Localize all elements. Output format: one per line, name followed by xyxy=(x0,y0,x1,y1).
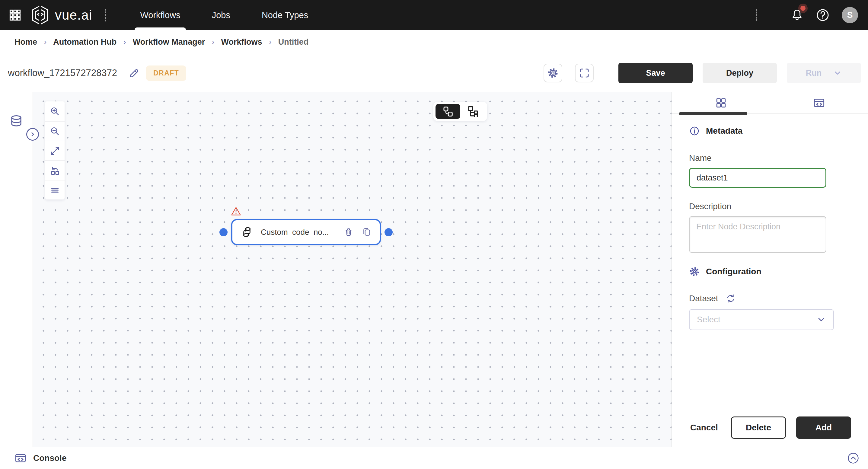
dataset-select[interactable]: Select xyxy=(689,309,834,330)
run-caret-icon xyxy=(833,68,842,77)
add-button[interactable]: Add xyxy=(796,416,851,439)
panel-active-tab-indicator xyxy=(679,112,747,115)
cancel-button[interactable]: Cancel xyxy=(690,423,718,433)
canvas-view-toggle xyxy=(433,102,487,121)
toolbar-divider xyxy=(606,66,606,80)
fit-view-button[interactable] xyxy=(45,140,65,160)
active-tab-indicator xyxy=(134,28,186,30)
info-icon xyxy=(689,126,700,136)
node-output-port[interactable] xyxy=(384,228,393,236)
node-input-port[interactable] xyxy=(219,228,227,236)
workflow-settings-button[interactable] xyxy=(544,64,562,83)
console-collapse-icon xyxy=(847,452,860,465)
workflow-toolbar: workflow_1721572728372 DRAFT xyxy=(0,54,868,92)
nav-tab-node-types[interactable]: Node Types xyxy=(262,0,308,30)
panel-body: Metadata Name Description Configuration … xyxy=(672,114,868,447)
zoom-out-icon xyxy=(50,126,60,137)
nav-tab-workflows[interactable]: Workflows xyxy=(140,0,180,30)
workflow-node-custom-code[interactable]: Custom_code_no... xyxy=(231,219,381,245)
top-nav: vue.ai Workflows Jobs Node Types xyxy=(0,0,868,30)
fullscreen-icon xyxy=(579,67,590,79)
duplicate-node-button[interactable] xyxy=(362,227,372,237)
breadcrumb-workflows[interactable]: Workflows xyxy=(221,37,262,47)
breadcrumb-separator: › xyxy=(269,37,272,47)
select-caret-icon xyxy=(816,315,826,324)
metadata-title: Metadata xyxy=(706,126,742,136)
save-button[interactable]: Save xyxy=(618,63,693,83)
refresh-dataset-button[interactable] xyxy=(725,293,736,304)
canvas-menu-button[interactable] xyxy=(45,180,65,199)
workflow-title: workflow_1721572728372 xyxy=(8,68,117,79)
auto-layout-button[interactable] xyxy=(45,160,65,180)
breadcrumb-current: Untitled xyxy=(278,37,309,47)
configuration-gear-icon xyxy=(689,266,700,277)
name-label: Name xyxy=(689,153,851,163)
breadcrumb-separator: › xyxy=(123,37,126,47)
workflow-canvas[interactable]: Custom_code_no... xyxy=(33,92,672,447)
fullscreen-button[interactable] xyxy=(575,64,594,83)
panel-tab-config[interactable] xyxy=(672,92,770,114)
delete-node-icon xyxy=(343,227,354,237)
run-button[interactable]: Run xyxy=(787,63,861,83)
dataset-palette-icon xyxy=(9,114,24,128)
edit-workflow-name-button[interactable] xyxy=(127,66,141,80)
zoom-out-button[interactable] xyxy=(45,121,65,140)
breadcrumb-home[interactable]: Home xyxy=(14,37,37,47)
delete-node-button[interactable] xyxy=(343,227,354,237)
notifications-button[interactable] xyxy=(790,8,804,22)
panel-footer: Cancel Delete Add xyxy=(689,416,851,439)
canvas-menu-icon xyxy=(50,185,60,195)
description-textarea[interactable] xyxy=(689,216,826,253)
configuration-title: Configuration xyxy=(706,267,762,277)
tree-view-button[interactable] xyxy=(460,104,485,119)
breadcrumb: Home › Automation Hub › Workflow Manager… xyxy=(0,30,868,54)
status-badge: DRAFT xyxy=(146,65,186,81)
duplicate-node-icon xyxy=(362,227,372,237)
canvas-zoom-toolbar xyxy=(45,101,65,199)
auto-layout-icon xyxy=(50,165,60,176)
metadata-section-header: Metadata xyxy=(689,126,851,136)
dataset-palette-item[interactable] xyxy=(9,114,24,447)
breadcrumb-separator: › xyxy=(44,37,46,47)
tree-view-icon xyxy=(467,106,478,117)
brand-logo-icon xyxy=(31,5,50,25)
nav-divider xyxy=(756,9,756,21)
console-collapse-button[interactable] xyxy=(847,452,860,465)
app-launcher-button[interactable] xyxy=(7,7,24,24)
dataset-select-value: Select xyxy=(697,315,816,324)
run-label: Run xyxy=(806,68,822,78)
flow-view-icon xyxy=(442,106,454,117)
zoom-in-button[interactable] xyxy=(45,101,65,121)
brand-logo[interactable]: vue.ai xyxy=(31,5,92,25)
nav-divider xyxy=(105,9,106,22)
app-launcher-icon xyxy=(8,8,22,22)
nav-tab-jobs[interactable]: Jobs xyxy=(212,0,230,30)
description-label: Description xyxy=(689,201,851,211)
workflow-actions: Save Deploy Run xyxy=(544,63,861,83)
deploy-button[interactable]: Deploy xyxy=(703,63,777,83)
dataset-label: Dataset xyxy=(689,294,718,303)
refresh-icon xyxy=(725,293,736,304)
main-area: Custom_code_no... xyxy=(0,92,868,447)
breadcrumb-workflow-manager[interactable]: Workflow Manager xyxy=(133,37,205,47)
console-icon xyxy=(14,452,27,464)
flow-view-button[interactable] xyxy=(435,104,460,119)
rail-expand-button[interactable] xyxy=(26,128,39,140)
rail-expand-icon xyxy=(29,130,36,138)
warning-icon xyxy=(231,207,241,216)
breadcrumb-separator: › xyxy=(212,37,214,47)
delete-button[interactable]: Delete xyxy=(731,416,786,439)
console-title: Console xyxy=(33,453,66,463)
python-icon xyxy=(240,225,253,239)
help-icon xyxy=(816,8,830,22)
panel-tab-code-icon xyxy=(813,97,825,109)
node-palette-rail xyxy=(0,92,33,447)
panel-tab-code[interactable] xyxy=(770,92,868,114)
avatar[interactable]: S xyxy=(842,7,858,23)
help-button[interactable] xyxy=(816,8,830,22)
node-config-panel: Metadata Name Description Configuration … xyxy=(672,92,868,447)
breadcrumb-automation-hub[interactable]: Automation Hub xyxy=(53,37,117,47)
edit-icon xyxy=(128,67,140,79)
console-bar[interactable]: Console xyxy=(0,447,868,469)
name-input[interactable] xyxy=(689,168,826,188)
